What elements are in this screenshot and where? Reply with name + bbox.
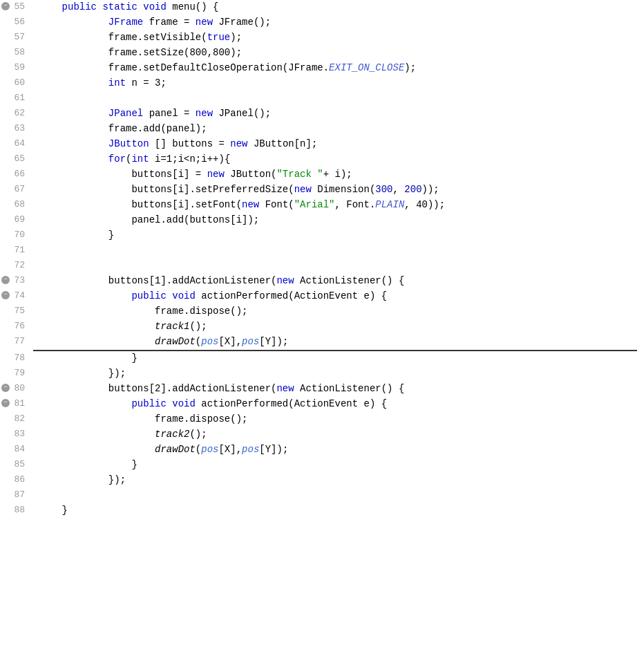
line-content: frame.setVisible(true); xyxy=(33,30,637,46)
line-content: buttons[i].setFont(new Font("Arial", Fon… xyxy=(33,198,637,213)
line-content: } xyxy=(33,228,637,243)
token-kw: new xyxy=(294,184,318,195)
line-content: JFrame frame = new JFrame(); xyxy=(33,15,637,30)
token-plain: }); xyxy=(108,474,126,485)
line-row: 79 }); xyxy=(0,366,637,382)
token-indent xyxy=(39,321,155,332)
token-plain: ); xyxy=(404,62,416,73)
line-number: 78 xyxy=(0,351,33,366)
fold-icon[interactable]: − xyxy=(1,276,10,284)
line-row: 61 xyxy=(0,91,637,106)
line-content: frame.dispose(); xyxy=(33,412,637,427)
line-number: 60 xyxy=(0,76,33,91)
line-row: 58 frame.setSize(800,800); xyxy=(0,46,637,61)
token-plain: [X], xyxy=(218,444,242,455)
line-row: 65 for(int i=1;i<n;i++){ xyxy=(0,152,637,167)
line-content: frame.dispose(); xyxy=(33,304,637,319)
line-content: public void actionPerformed(ActionEvent … xyxy=(33,397,637,412)
token-indent xyxy=(39,368,108,379)
token-plain: JButton( xyxy=(230,169,276,180)
line-number: 83 xyxy=(0,427,33,442)
line-number: 85 xyxy=(0,458,33,473)
line-content: } xyxy=(33,351,637,366)
line-number: −74 xyxy=(0,289,33,304)
line-number: 82 xyxy=(0,412,33,427)
line-content: JPanel panel = new JPanel(); xyxy=(33,106,637,122)
line-content: } xyxy=(33,458,637,473)
token-kw-type: JFrame xyxy=(108,17,149,28)
token-indent xyxy=(39,459,131,470)
token-kw: public static void xyxy=(62,1,173,12)
token-indent xyxy=(39,169,131,180)
token-indent xyxy=(39,230,108,241)
token-plain: frame.add(panel); xyxy=(108,123,207,134)
token-indent xyxy=(39,413,155,424)
token-italic-blue: pos xyxy=(201,444,218,455)
token-plain: , Font. xyxy=(335,199,376,210)
line-number: 62 xyxy=(0,106,33,122)
line-row: 62 JPanel panel = new JPanel(); xyxy=(0,106,637,122)
line-row: 71 xyxy=(0,243,637,259)
token-italic-blue: pos xyxy=(201,336,218,347)
token-plain: i=1;i<n;i++){ xyxy=(155,153,230,165)
line-row: 72 xyxy=(0,259,637,274)
token-num: 200 xyxy=(404,184,421,195)
token-kw: new xyxy=(196,108,219,119)
token-plain: frame.dispose(); xyxy=(155,413,247,424)
token-plain: , 40)); xyxy=(404,199,445,210)
line-number: 68 xyxy=(0,198,33,213)
line-number: 87 xyxy=(0,488,33,503)
token-kw: for xyxy=(108,153,126,165)
token-plain: Font( xyxy=(265,199,294,210)
token-indent xyxy=(39,505,62,516)
fold-icon[interactable]: − xyxy=(1,399,10,407)
line-number: 76 xyxy=(0,319,33,335)
token-indent xyxy=(39,290,131,301)
token-plain: ActionListener() { xyxy=(300,275,404,286)
token-plain: } xyxy=(62,505,68,516)
line-row: −55 public static void menu() { xyxy=(0,0,637,15)
token-indent xyxy=(39,444,155,455)
line-content: public void actionPerformed(ActionEvent … xyxy=(33,289,637,304)
line-row: 77 drawDot(pos[X],pos[Y]); xyxy=(0,335,637,351)
token-plain: buttons[2].addActionListener( xyxy=(108,383,277,394)
line-row: 67 buttons[i].setPreferredSize(new Dimen… xyxy=(0,183,637,198)
line-number: 63 xyxy=(0,122,33,137)
token-plain: + i); xyxy=(323,169,352,180)
fold-icon[interactable]: − xyxy=(1,2,10,10)
fold-icon[interactable]: − xyxy=(1,291,10,299)
line-row: 68 buttons[i].setFont(new Font("Arial", … xyxy=(0,198,637,213)
token-kw: new xyxy=(230,138,254,149)
token-plain: panel = xyxy=(149,108,196,119)
line-row: 70 } xyxy=(0,228,637,243)
token-italic-method: drawDot xyxy=(155,444,196,455)
token-kw-type: JButton xyxy=(108,138,155,149)
line-row: 86 }); xyxy=(0,473,637,488)
token-indent xyxy=(39,32,108,43)
line-number: 64 xyxy=(0,137,33,152)
token-indent xyxy=(39,429,155,440)
token-kw: int xyxy=(108,77,132,88)
token-indent xyxy=(39,153,108,165)
token-plain: n = 3; xyxy=(131,77,166,88)
token-indent xyxy=(39,199,131,210)
token-plain: actionPerformed(ActionEvent e) { xyxy=(201,398,387,409)
fold-icon[interactable]: − xyxy=(1,384,10,392)
token-indent xyxy=(39,17,108,28)
line-content: panel.add(buttons[i]); xyxy=(33,213,637,228)
token-plain: (); xyxy=(189,429,207,440)
token-kw: public void xyxy=(131,290,201,301)
line-content: drawDot(pos[X],pos[Y]); xyxy=(33,335,637,351)
token-kw-type: JPanel xyxy=(108,108,149,119)
line-number: 71 xyxy=(0,243,33,259)
token-plain: JFrame(); xyxy=(218,17,271,28)
token-indent xyxy=(39,138,108,149)
line-row: 82 frame.dispose(); xyxy=(0,412,637,427)
token-constant: EXIT_ON_CLOSE xyxy=(329,62,404,73)
line-content: drawDot(pos[X],pos[Y]); xyxy=(33,442,637,458)
token-plain: } xyxy=(131,353,137,364)
line-content: frame.add(panel); xyxy=(33,122,637,137)
line-row: −80 buttons[2].addActionListener(new Act… xyxy=(0,382,637,397)
line-number: −81 xyxy=(0,397,33,412)
token-indent xyxy=(39,474,108,485)
